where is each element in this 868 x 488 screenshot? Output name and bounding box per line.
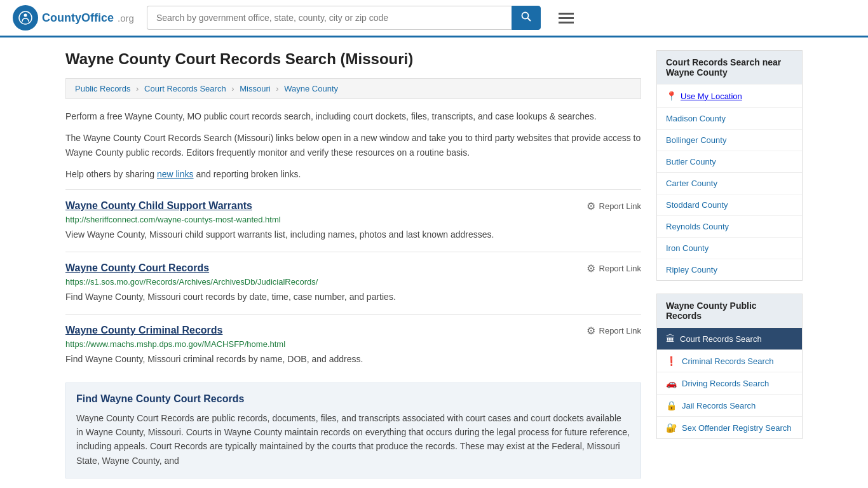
main-container: Wayne County Court Records Search (Misso… (53, 37, 815, 478)
content-area: Wayne County Court Records Search (Misso… (65, 50, 641, 478)
report-link-button[interactable]: ⚙ Report Link (587, 200, 641, 212)
site-header: CountyOffice.org (0, 0, 868, 37)
find-section-title: Find Wayne County Court Records (76, 393, 630, 405)
logo-icon (13, 5, 38, 30)
page-title: Wayne County Court Records Search (Misso… (65, 50, 641, 68)
svg-line-3 (527, 18, 531, 22)
nearby-county-link[interactable]: Madison County (666, 114, 726, 123)
record-card: Wayne County Child Support Warrants ⚙ Re… (65, 189, 641, 252)
breadcrumb-court-records[interactable]: Court Records Search (144, 84, 226, 93)
sidebar-nearby-county[interactable]: Carter County (657, 172, 802, 194)
svg-point-1 (24, 14, 27, 17)
report-link-label: Report Link (599, 326, 641, 336)
site-logo[interactable]: CountyOffice.org (13, 5, 134, 30)
report-link-button[interactable]: ⚙ Report Link (587, 262, 641, 274)
report-icon: ⚙ (587, 200, 595, 212)
pr-icon: 🔐 (666, 423, 677, 433)
sidebar-use-location[interactable]: 📍 Use My Location (657, 84, 802, 107)
search-bar (147, 6, 541, 30)
pr-icon: ❗ (666, 356, 677, 366)
menu-line-1 (559, 13, 574, 15)
svg-point-2 (522, 13, 528, 19)
record-url[interactable]: https://www.machs.mshp.dps.mo.gov/MACHSF… (65, 339, 641, 349)
nearby-county-link[interactable]: Bollinger County (666, 135, 726, 145)
breadcrumb-sep-3: › (276, 84, 278, 93)
record-title[interactable]: Wayne County Criminal Records (65, 325, 222, 336)
sidebar-pr-item[interactable]: ❗Criminal Records Search (657, 349, 802, 372)
nearby-county-link[interactable]: Butler County (666, 157, 716, 166)
sidebar-nearby-county[interactable]: Stoddard County (657, 194, 802, 215)
breadcrumb-sep-1: › (136, 84, 139, 93)
nearby-county-link[interactable]: Ripley County (666, 265, 717, 274)
sidebar-pr-item[interactable]: 🚗Driving Records Search (657, 372, 802, 394)
nearby-county-link[interactable]: Reynolds County (666, 222, 729, 231)
record-description: View Wayne County, Missouri child suppor… (65, 228, 641, 241)
breadcrumb-wayne-county[interactable]: Wayne County (284, 84, 338, 93)
sidebar-pr-item[interactable]: 🔒Jail Records Search (657, 394, 802, 416)
pr-link[interactable]: Sex Offender Registry Search (682, 423, 791, 433)
location-pin-icon: 📍 (666, 91, 677, 101)
sidebar: Court Records Search near Wayne County 📍… (656, 50, 803, 478)
pr-link[interactable]: Driving Records Search (682, 379, 769, 388)
nearby-counties-list: Madison CountyBollinger CountyButler Cou… (657, 107, 802, 280)
find-section-text: Wayne County Court Records are public re… (76, 411, 630, 468)
record-card-header: Wayne County Child Support Warrants ⚙ Re… (65, 200, 641, 212)
record-card-header: Wayne County Criminal Records ⚙ Report L… (65, 325, 641, 337)
nearby-county-link[interactable]: Stoddard County (666, 200, 728, 210)
record-description: Find Wayne County, Missouri court record… (65, 290, 641, 304)
description-3-suffix: and reporting broken links. (194, 169, 301, 179)
pr-icon: 🏛 (666, 334, 675, 344)
record-description: Find Wayne County, Missouri criminal rec… (65, 353, 641, 366)
record-card: Wayne County Criminal Records ⚙ Report L… (65, 314, 641, 376)
pr-link[interactable]: Jail Records Search (682, 401, 756, 410)
pr-icon: 🔒 (666, 400, 677, 410)
menu-line-2 (559, 17, 574, 19)
use-my-location-link[interactable]: Use My Location (681, 92, 742, 101)
menu-button[interactable] (553, 10, 579, 26)
menu-line-3 (559, 22, 574, 24)
record-title[interactable]: Wayne County Child Support Warrants (65, 200, 252, 212)
breadcrumb: Public Records › Court Records Search › … (65, 78, 641, 99)
report-link-label: Report Link (599, 201, 641, 211)
sidebar-nearby-county[interactable]: Butler County (657, 151, 802, 172)
svg-point-0 (19, 11, 32, 24)
report-link-button[interactable]: ⚙ Report Link (587, 325, 641, 337)
breadcrumb-sep-2: › (231, 84, 234, 93)
description-3-prefix: Help others by sharing (65, 169, 157, 179)
breadcrumb-public-records[interactable]: Public Records (75, 84, 130, 93)
record-cards: Wayne County Child Support Warrants ⚙ Re… (65, 189, 641, 376)
public-records-list: 🏛Court Records Search❗Criminal Records S… (657, 327, 802, 438)
sidebar-pr-item[interactable]: 🏛Court Records Search (657, 327, 802, 349)
find-section: Find Wayne County Court Records Wayne Co… (65, 383, 641, 479)
search-input[interactable] (147, 6, 512, 30)
record-card: Wayne County Court Records ⚙ Report Link… (65, 252, 641, 314)
nearby-county-link[interactable]: Iron County (666, 243, 709, 253)
nearby-county-link[interactable]: Carter County (666, 179, 717, 188)
breadcrumb-missouri[interactable]: Missouri (240, 84, 270, 93)
search-button[interactable] (512, 6, 541, 30)
description-1: Perform a free Wayne County, MO public c… (65, 109, 641, 123)
sidebar-nearby-county[interactable]: Iron County (657, 237, 802, 259)
sidebar-public-records-header: Wayne County Public Records (657, 294, 802, 327)
report-icon: ⚙ (587, 262, 595, 274)
pr-link[interactable]: Criminal Records Search (682, 356, 774, 366)
sidebar-nearby-county[interactable]: Madison County (657, 107, 802, 129)
sidebar-nearby-section: Court Records Search near Wayne County 📍… (656, 50, 803, 281)
sidebar-nearby-county[interactable]: Bollinger County (657, 129, 802, 151)
pr-link[interactable]: Court Records Search (680, 334, 762, 344)
new-links-link[interactable]: new links (157, 169, 194, 179)
sidebar-nearby-county[interactable]: Reynolds County (657, 215, 802, 237)
sidebar-public-records-section: Wayne County Public Records 🏛Court Recor… (656, 294, 803, 439)
pr-icon: 🚗 (666, 378, 677, 388)
sidebar-nearby-county[interactable]: Ripley County (657, 259, 802, 280)
description-2: The Wayne County Court Records Search (M… (65, 131, 641, 159)
record-url[interactable]: http://sheriffconnect.com/wayne-countys-… (65, 215, 641, 224)
description-3: Help others by sharing new links and rep… (65, 167, 641, 181)
sidebar-pr-item[interactable]: 🔐Sex Offender Registry Search (657, 416, 802, 438)
record-url[interactable]: https://s1.sos.mo.gov/Records/Archives/A… (65, 277, 641, 287)
report-link-label: Report Link (599, 264, 641, 273)
logo-org: .org (118, 13, 134, 24)
record-title[interactable]: Wayne County Court Records (65, 262, 209, 274)
report-icon: ⚙ (587, 325, 595, 337)
sidebar-nearby-header: Court Records Search near Wayne County (657, 51, 802, 84)
